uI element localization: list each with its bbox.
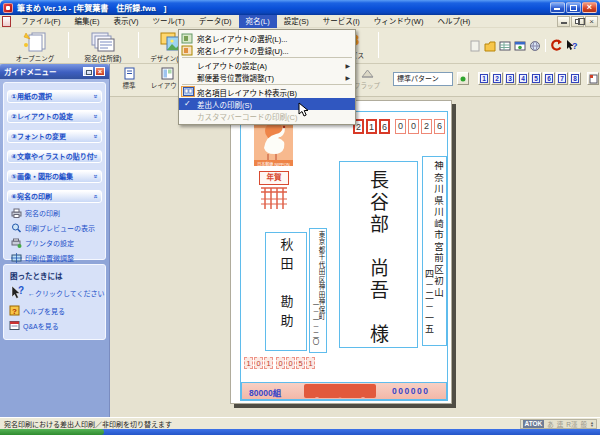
sidebar-item-layout[interactable]: ②レイアウトの設定» xyxy=(7,110,102,123)
print-position-item[interactable]: 印刷位置微調整 xyxy=(11,253,105,263)
menu-tools[interactable]: ツール(T) xyxy=(146,15,192,28)
page-button-6[interactable]: 6 xyxy=(543,72,555,85)
print-atena-item[interactable]: 宛名の印刷 xyxy=(11,208,105,218)
menu-help[interactable]: ヘルプ(H) xyxy=(430,15,477,28)
guide-sections-panel: ①用紙の選択» ②レイアウトの設定» ③フォントの変更» ④文章やイラストの貼り… xyxy=(3,82,106,260)
windows-taskbar[interactable] xyxy=(0,429,600,435)
close-button[interactable]: × xyxy=(582,2,597,13)
edit-canvas[interactable]: 日本郵便 NIPPON 年賀 2 1 6 0 0 2 6 神奈川県川崎市宮前区初… xyxy=(110,97,600,417)
page-button-7[interactable]: 7 xyxy=(556,72,568,85)
page-button-8[interactable]: 8 xyxy=(569,72,581,85)
page-add-button[interactable] xyxy=(587,72,599,85)
window-icon xyxy=(514,40,526,52)
ime-spinner[interactable]: ▲▼ xyxy=(590,421,594,427)
pattern-home-button[interactable] xyxy=(457,72,469,85)
layout-register-icon xyxy=(181,45,193,56)
menu-item-frame-display[interactable]: 宛名項目レイアウト枠表示(B) xyxy=(179,86,355,98)
pattern-combobox[interactable]: 標準パターン xyxy=(393,72,453,86)
sidebar-item-paper[interactable]: ①用紙の選択» xyxy=(7,90,102,103)
menu-service[interactable]: サービス(I) xyxy=(316,15,367,28)
page-button-3[interactable]: 3 xyxy=(504,72,516,85)
view-help-item[interactable]: ? ヘルプを見る xyxy=(9,305,105,316)
menu-item-postal-adjust[interactable]: 郵便番号位置微調整(T) ▶ xyxy=(179,71,355,83)
panel-minimize-button[interactable] xyxy=(83,67,93,76)
page-button-5[interactable]: 5 xyxy=(530,72,542,85)
nenga-mark: 年賀 xyxy=(259,171,289,215)
printer-settings-item[interactable]: プリンタの設定 xyxy=(11,238,105,248)
print-preview-item[interactable]: 印刷プレビューの表示 xyxy=(11,223,105,233)
menu-data[interactable]: データ(D) xyxy=(192,15,239,28)
mdi-minimize-button[interactable] xyxy=(557,16,570,27)
menu-atena[interactable]: 宛名(L) xyxy=(239,15,277,28)
sender-postal-box: 5 xyxy=(296,357,305,369)
open-button[interactable] xyxy=(483,39,496,52)
click-here-item[interactable]: ? ←クリックしてください xyxy=(9,285,105,301)
minimize-button[interactable] xyxy=(550,2,565,13)
menu-item-layout-settings[interactable]: レイアウトの設定(A) ▶ xyxy=(179,59,355,71)
postcard[interactable]: 日本郵便 NIPPON 年賀 2 1 6 0 0 2 6 神奈川県川崎市宮前区初… xyxy=(230,100,452,404)
menu-view[interactable]: 表示(V) xyxy=(107,15,146,28)
panel-close-button[interactable]: × xyxy=(95,67,105,76)
sender-postal-box: 1 xyxy=(244,357,253,369)
page-button-1[interactable]: 1 xyxy=(478,72,490,85)
menu-file[interactable]: ファイル(F) xyxy=(14,15,68,28)
page-button-2[interactable]: 2 xyxy=(491,72,503,85)
menu-item-sender-print[interactable]: ✓ 差出人の印刷(S) xyxy=(179,98,355,110)
layout-select-icon xyxy=(181,33,193,44)
sidebar-item-font[interactable]: ③フォントの変更» xyxy=(7,130,102,143)
standard-icon xyxy=(123,67,136,80)
menu-item-layout-register[interactable]: 宛名レイアウトの登録(U)... xyxy=(179,44,355,56)
printer-settings-icon xyxy=(11,238,22,248)
table-icon xyxy=(499,40,511,52)
menu-window[interactable]: ウィンドウ(W) xyxy=(367,15,431,28)
window-button[interactable] xyxy=(513,39,526,52)
sender-name-frame[interactable]: 秋田 勘助 xyxy=(265,232,307,351)
page-button-4[interactable]: 4 xyxy=(517,72,529,85)
ime-toolbar[interactable]: ATOK あ 連 R漢 般 ▲▼ xyxy=(520,419,598,429)
restore-icon xyxy=(575,19,580,24)
layout-icon xyxy=(161,67,174,80)
lottery-group-number: 80000組 xyxy=(249,386,281,398)
standard-layout-button[interactable]: 標準 xyxy=(114,66,144,94)
menu-edit[interactable]: 編集(E) xyxy=(68,15,107,28)
new-document-button[interactable] xyxy=(468,39,481,52)
recipient-name: 長谷部 尚吾 様 xyxy=(365,170,392,346)
window-title: 筆まめ Ver.14 - [年賀葉書 住所録.fwa ] xyxy=(17,2,166,13)
opening-icon xyxy=(22,31,48,53)
menu-separator xyxy=(182,84,352,85)
separator xyxy=(138,32,139,58)
sidebar-item-text-illust[interactable]: ④文章やイラストの貼り付» xyxy=(7,150,102,163)
menu-item-customer-barcode[interactable]: カスタマバーコードの印刷(C) xyxy=(179,110,355,122)
separator xyxy=(378,32,379,58)
lottery-band-frame[interactable]: 80000組 000000 xyxy=(241,382,447,400)
mdi-restore-button[interactable] xyxy=(571,16,584,27)
opening-button[interactable]: オープニング xyxy=(6,29,64,62)
undo-button[interactable] xyxy=(550,39,563,52)
sender-address-frame[interactable]: 東京都千代田区神田神保町 一－一－二〇 xyxy=(309,228,327,353)
document-icon[interactable] xyxy=(2,16,11,27)
menu-item-layout-select[interactable]: 宛名レイアウトの選択(L)... xyxy=(179,32,355,44)
recipient-name-frame[interactable]: 長谷部 尚吾 様 xyxy=(339,161,418,348)
view-qa-item[interactable]: Q&Aを見る xyxy=(9,320,105,331)
ime-mode-hiragana[interactable]: あ xyxy=(547,419,554,429)
sidebar-item-image-edit[interactable]: ⑤画像・図形の編集» xyxy=(7,170,102,183)
web-button[interactable] xyxy=(528,39,541,52)
nenga-lattice-icon xyxy=(259,185,289,211)
atena-book-button[interactable]: 宛名(住所録) xyxy=(72,29,134,62)
app-window: 筆まめ Ver.14 - [年賀葉書 住所録.fwa ] × ファイル(F) 編… xyxy=(0,0,600,435)
context-help-button[interactable]: ? xyxy=(565,39,578,52)
ime-name-badge[interactable]: ATOK xyxy=(523,420,545,428)
ime-mode-renbun[interactable]: 連 xyxy=(557,419,564,429)
recipient-address-frame[interactable]: 神奈川県川崎市宮前区初山 四－二－一五 xyxy=(422,156,447,346)
ime-mode-rkan[interactable]: R漢 xyxy=(566,419,577,429)
menu-settings[interactable]: 設定(S) xyxy=(277,15,316,28)
mdi-close-button[interactable]: × xyxy=(585,16,598,27)
sender-address-line2: 一－一－二〇 xyxy=(310,301,320,346)
sidebar-item-print[interactable]: ⑥宛名の印刷» xyxy=(7,190,102,203)
sender-postal-box: 1 xyxy=(306,357,315,369)
ime-mode-general[interactable]: 般 xyxy=(581,419,588,429)
sender-postal-box: 0 xyxy=(286,357,295,369)
maximize-button[interactable] xyxy=(566,2,581,13)
start-button[interactable] xyxy=(0,429,104,435)
list-view-button[interactable] xyxy=(498,39,511,52)
